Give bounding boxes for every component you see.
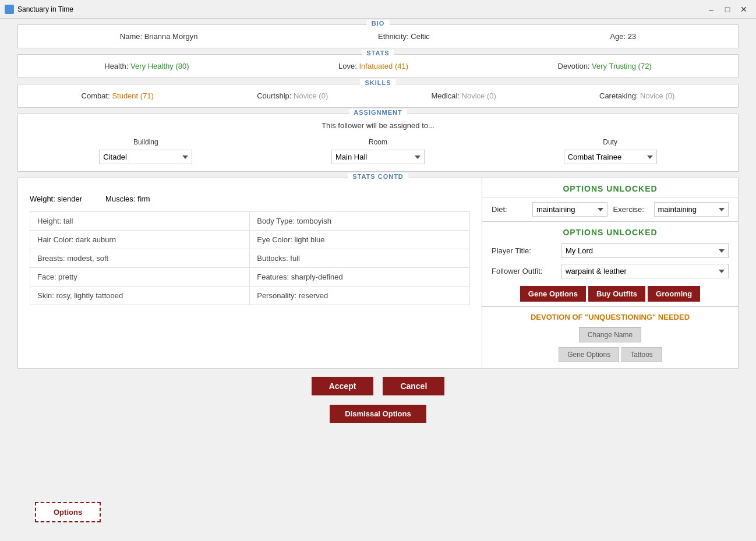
combat-skill: Combat: Student (71) bbox=[82, 91, 154, 100]
room-group: Room Main Hall bbox=[331, 138, 425, 164]
main-content: BIO Name: Brianna Morgyn Ethnicity: Celt… bbox=[0, 19, 756, 429]
caretaking-skill: Caretaking: Novice (0) bbox=[599, 91, 674, 100]
duty-group: Duty Combat Trainee bbox=[564, 138, 657, 164]
courtship-value: Novice (0) bbox=[294, 91, 328, 100]
breasts-cell: Breasts: modest, soft bbox=[30, 249, 250, 268]
close-button[interactable]: ✕ bbox=[736, 3, 751, 16]
height-cell: Height: tall bbox=[30, 212, 250, 231]
bio-row: Name: Brianna Morgyn Ethnicity: Celtic A… bbox=[18, 25, 738, 48]
stats-contd-left: Weight: slender Muscles: firm Height: ta… bbox=[18, 178, 482, 368]
stats-contd-panel: STATS CONTD Weight: slender Muscles: fir… bbox=[17, 178, 739, 369]
options-unlocked-2: OPTIONS UNLOCKED Player Title: My Lord F… bbox=[482, 221, 738, 306]
hair-color-cell: Hair Color: dark auburn bbox=[30, 231, 250, 249]
minimize-button[interactable]: – bbox=[704, 3, 719, 16]
app-icon bbox=[5, 5, 14, 14]
options-panel: OPTIONS UNLOCKED Diet: maintaining Exerc… bbox=[482, 178, 738, 368]
weight-stat: Weight: slender bbox=[30, 195, 82, 203]
features-cell: Features: sharply-defined bbox=[250, 268, 470, 287]
buy-outfits-button[interactable]: Buy Outfits bbox=[588, 286, 645, 302]
table-row: Skin: rosy, lightly tattooed Personality… bbox=[30, 287, 470, 305]
bio-panel: BIO Name: Brianna Morgyn Ethnicity: Celt… bbox=[17, 24, 739, 48]
eye-color-cell: Eye Color: light blue bbox=[250, 231, 470, 249]
assignment-dropdowns: Building Citadel Room Main Hall Duty Com… bbox=[30, 138, 726, 164]
health-stat: Health: Very Healthy (80) bbox=[104, 62, 189, 70]
room-select[interactable]: Main Hall bbox=[331, 150, 425, 164]
exercise-select[interactable]: maintaining bbox=[654, 202, 729, 217]
exercise-label: Exercise: bbox=[613, 205, 648, 214]
assignment-subtitle: This follower will be assigned to... bbox=[30, 121, 726, 130]
follower-outfit-label: Follower Outfit: bbox=[492, 267, 556, 275]
caretaking-value: Novice (0) bbox=[640, 91, 674, 100]
personality-cell: Personality: reserved bbox=[250, 287, 470, 305]
player-title-row: Player Title: My Lord bbox=[482, 241, 738, 261]
options-button[interactable]: Options bbox=[35, 502, 101, 522]
grooming-button[interactable]: Grooming bbox=[648, 286, 700, 302]
building-select[interactable]: Citadel bbox=[99, 150, 192, 164]
bio-ethnicity: Ethnicity: Celtic bbox=[378, 32, 430, 41]
medical-value: Novice (0) bbox=[462, 91, 496, 100]
assignment-content: This follower will be assigned to... Bui… bbox=[18, 114, 738, 171]
building-group: Building Citadel bbox=[99, 138, 192, 164]
options-unlocked-1: OPTIONS UNLOCKED Diet: maintaining Exerc… bbox=[482, 178, 738, 221]
devotion-stat: Devotion: Very Trusting (72) bbox=[558, 62, 652, 70]
stats-row: Health: Very Healthy (80) Love: Infatuat… bbox=[18, 55, 738, 77]
assignment-panel: ASSIGNMENT This follower will be assigne… bbox=[17, 114, 739, 172]
assignment-section-label: ASSIGNMENT bbox=[349, 109, 407, 116]
stats-contd-section-label: STATS CONTD bbox=[348, 173, 408, 180]
skills-section-label: SKILLS bbox=[360, 79, 395, 86]
follower-outfit-row: Follower Outfit: warpaint & leather bbox=[482, 261, 738, 281]
change-name-button[interactable]: Change Name bbox=[579, 327, 641, 342]
health-value: Very Healthy (80) bbox=[130, 62, 189, 70]
follower-outfit-select[interactable]: warpaint & leather bbox=[561, 264, 729, 278]
options-buttons-row: Gene Options Buy Outfits Grooming bbox=[482, 281, 738, 306]
duty-select[interactable]: Combat Trainee bbox=[564, 150, 657, 164]
gene-options-button-2[interactable]: Gene Options bbox=[559, 347, 619, 362]
love-value: Infatuated (41) bbox=[359, 62, 408, 70]
devotion-section: DEVOTION OF "UNQUESTIONING" NEEDED Chang… bbox=[482, 306, 738, 368]
room-label: Room bbox=[369, 138, 387, 146]
gene-options-button-1[interactable]: Gene Options bbox=[520, 286, 586, 302]
table-row: Face: pretty Features: sharply-defined bbox=[30, 268, 470, 287]
bio-age: Age: 23 bbox=[610, 32, 636, 41]
app-title: Sanctuary in Time bbox=[17, 5, 704, 13]
dismissal-options-button[interactable]: Dismissal Options bbox=[330, 405, 426, 423]
table-row: Hair Color: dark auburn Eye Color: light… bbox=[30, 231, 470, 249]
devotion-header: DEVOTION OF "UNQUESTIONING" NEEDED bbox=[492, 313, 729, 321]
stats-section-label: STATS bbox=[362, 49, 394, 56]
cancel-button[interactable]: Cancel bbox=[383, 377, 444, 395]
love-stat: Love: Infatuated (41) bbox=[338, 62, 408, 70]
stats-inner-table: Height: tall Body Type: tomboyish Hair C… bbox=[30, 211, 470, 305]
skills-row: Combat: Student (71) Courtship: Novice (… bbox=[18, 84, 738, 107]
medical-skill: Medical: Novice (0) bbox=[431, 91, 496, 100]
combat-value: Student (71) bbox=[112, 91, 154, 100]
skin-cell: Skin: rosy, lightly tattooed bbox=[30, 287, 250, 305]
table-row: Height: tall Body Type: tomboyish bbox=[30, 212, 470, 231]
diet-select[interactable]: maintaining bbox=[532, 202, 607, 217]
window-controls: – □ ✕ bbox=[704, 3, 751, 16]
player-title-select[interactable]: My Lord bbox=[561, 243, 729, 258]
face-cell: Face: pretty bbox=[30, 268, 250, 287]
muscles-stat: Muscles: firm bbox=[105, 195, 150, 203]
devotion-buttons-row2: Gene Options Tattoos bbox=[492, 347, 729, 362]
devotion-value: Very Trusting (72) bbox=[592, 62, 652, 70]
change-name-row: Change Name bbox=[492, 327, 729, 342]
bio-name: Name: Brianna Morgyn bbox=[120, 32, 198, 41]
tattoos-button[interactable]: Tattoos bbox=[621, 347, 662, 362]
skills-panel: SKILLS Combat: Student (71) Courtship: N… bbox=[17, 84, 739, 108]
buttocks-cell: Buttocks: full bbox=[250, 249, 470, 268]
table-row: Breasts: modest, soft Buttocks: full bbox=[30, 249, 470, 268]
maximize-button[interactable]: □ bbox=[720, 3, 735, 16]
title-bar: Sanctuary in Time – □ ✕ bbox=[0, 0, 756, 19]
bio-section-label: BIO bbox=[367, 20, 390, 27]
options-unlocked-header-1: OPTIONS UNLOCKED bbox=[482, 178, 738, 197]
diet-row: Diet: maintaining Exercise: maintaining bbox=[482, 197, 738, 221]
courtship-skill: Courtship: Novice (0) bbox=[257, 91, 328, 100]
bottom-buttons: Accept Cancel bbox=[17, 377, 739, 395]
body-type-cell: Body Type: tomboyish bbox=[250, 212, 470, 231]
options-unlocked-header-2: OPTIONS UNLOCKED bbox=[482, 222, 738, 241]
dismissal-container: Dismissal Options bbox=[17, 405, 739, 423]
stats-panel: STATS Health: Very Healthy (80) Love: In… bbox=[17, 54, 739, 78]
stats-contd-inner: Weight: slender Muscles: firm Height: ta… bbox=[18, 178, 738, 368]
accept-button[interactable]: Accept bbox=[312, 377, 374, 395]
diet-label: Diet: bbox=[492, 205, 527, 214]
